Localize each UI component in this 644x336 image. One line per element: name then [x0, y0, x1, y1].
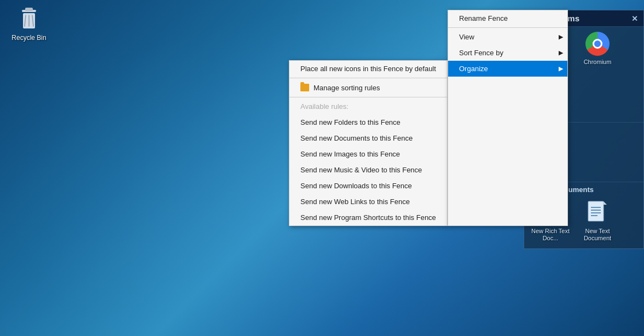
chromium-label: Chromium — [584, 59, 612, 66]
menu-section-available-rules: Available rules: — [289, 99, 447, 114]
send-downloads-label: Send new Downloads to this Fence — [300, 182, 412, 190]
chromium-icon — [585, 31, 610, 56]
desktop: Recycle Bin ☰ Programs ✕ — [0, 0, 644, 336]
fence-icon-new-text-document[interactable]: New Text Document — [576, 198, 619, 244]
svg-rect-1 — [25, 8, 33, 11]
new-text-document-icon — [585, 200, 610, 225]
menu-item-view[interactable]: View ▶ — [448, 29, 567, 45]
view-arrow: ▶ — [559, 33, 563, 40]
menu-item-sort-fence-by[interactable]: Sort Fence by ▶ — [448, 45, 567, 61]
send-program-shortcuts-label: Send new Program Shortcuts to this Fence — [300, 213, 436, 222]
close-icon[interactable]: ✕ — [631, 14, 638, 23]
menu-item-organize[interactable]: Organize ▶ — [448, 61, 567, 77]
menu-item-place-all-new[interactable]: Place all new icons in this Fence by def… — [289, 61, 447, 77]
recycle-bin-label: Recycle Bin — [11, 34, 46, 42]
new-text-document-label: New Text Document — [577, 228, 618, 242]
sort-folder-icon — [300, 83, 309, 92]
menu-item-send-images[interactable]: Send new Images to this Fence — [289, 146, 447, 162]
place-all-new-label: Place all new icons in this Fence by def… — [300, 65, 436, 73]
menu-item-send-folders[interactable]: Send new Folders to this Fence — [289, 114, 447, 130]
fence-context-menu: Rename Fence View ▶ Sort Fence by ▶ Orga… — [448, 10, 568, 226]
menu-item-send-downloads[interactable]: Send new Downloads to this Fence — [289, 178, 447, 194]
sort-fence-by-label: Sort Fence by — [459, 49, 503, 57]
menu-item-rename-fence[interactable]: Rename Fence — [448, 10, 567, 26]
send-web-links-label: Send new Web Links to this Fence — [300, 198, 410, 206]
recycle-bin-icon[interactable]: Recycle Bin — [10, 5, 48, 42]
fence-icon-chromium[interactable]: Chromium — [576, 29, 619, 68]
send-folders-label: Send new Folders to this Fence — [300, 118, 401, 126]
sort-fence-arrow: ▶ — [559, 49, 563, 56]
send-images-label: Send new Images to this Fence — [300, 150, 400, 158]
organize-label: Organize — [459, 65, 488, 73]
organize-arrow: ▶ — [559, 65, 563, 72]
new-rich-text-label: New Rich Text Doc... — [530, 228, 571, 242]
svg-rect-28 — [588, 201, 604, 221]
context-menu-area: Place all new icons in this Fence by def… — [289, 10, 568, 226]
menu-item-send-program-shortcuts[interactable]: Send new Program Shortcuts to this Fence — [289, 210, 447, 225]
organize-submenu: Place all new icons in this Fence by def… — [289, 60, 448, 226]
available-rules-label: Available rules: — [300, 102, 349, 111]
menu-item-send-web-links[interactable]: Send new Web Links to this Fence — [289, 194, 447, 210]
send-documents-label: Send new Documents to this Fence — [300, 134, 413, 142]
view-label: View — [459, 33, 474, 41]
rename-fence-label: Rename Fence — [459, 14, 508, 22]
send-music-label: Send new Music & Video to this Fence — [300, 166, 422, 174]
menu-item-send-documents[interactable]: Send new Documents to this Fence — [289, 130, 447, 146]
manage-sorting-label: Manage sorting rules — [314, 84, 380, 92]
svg-marker-29 — [604, 201, 607, 205]
menu-item-send-music[interactable]: Send new Music & Video to this Fence — [289, 162, 447, 178]
menu-item-manage-sorting[interactable]: Manage sorting rules — [289, 79, 447, 96]
